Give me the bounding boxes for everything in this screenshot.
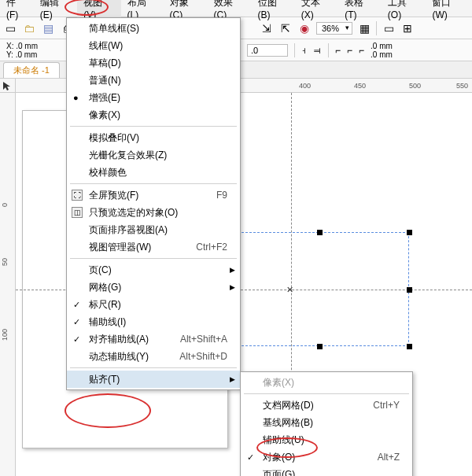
menu-item-rasterize[interactable]: 光栅化复合效果(Z) [67, 146, 240, 164]
menu-item-snap-pixel[interactable]: 像素(X) [241, 374, 412, 391]
angle-input[interactable]: .0 [247, 44, 288, 57]
snap-icon[interactable]: ▦ [357, 21, 371, 35]
menu-item-wireframe[interactable]: 线框(W) [67, 37, 240, 54]
rect-icon[interactable]: ▭ [382, 21, 396, 35]
view-menu: 简单线框(S) 线框(W) 草稿(D) 普通(N) ●增强(E) 像素(X) 模… [66, 17, 241, 390]
menu-item-dynamic-guides[interactable]: 动态辅助线(Y)Alt+Shift+D [67, 348, 240, 365]
menu-tools[interactable]: 工具(O) [382, 0, 426, 22]
ruler-corner[interactable] [0, 79, 16, 93]
menu-item-fullscreen[interactable]: ⛶全屏预览(F)F9 [67, 186, 240, 204]
menu-item-snap-baseline[interactable]: 基线网格(B) [241, 414, 412, 431]
fullscreen-icon: ⛶ [72, 190, 83, 201]
pdf-icon[interactable]: ◉ [297, 21, 312, 35]
ruler-vertical[interactable]: 0 50 100 [0, 93, 16, 476]
export-icon[interactable]: ⇱ [278, 21, 293, 35]
shortcut: Alt+Shift+A [180, 334, 227, 345]
menu-item-view-manager[interactable]: 视图管理器(W)Ctrl+F2 [67, 238, 240, 256]
menu-item-enhanced[interactable]: ●增强(E) [67, 89, 240, 106]
menu-item-snap-to[interactable]: 贴齐(T)▶ [67, 371, 240, 388]
menu-item-normal[interactable]: 普通(N) [67, 72, 240, 89]
separator [70, 258, 237, 259]
size-bot: .0 mm [371, 50, 393, 59]
tab-document[interactable]: 未命名 -1 [3, 62, 60, 78]
handle-br[interactable] [407, 344, 412, 349]
submenu-arrow-icon: ▶ [230, 283, 235, 291]
label: 校样颜色 [89, 166, 127, 179]
menu-table[interactable]: 表格(T) [338, 0, 382, 22]
menu-item-pixel[interactable]: 像素(X) [67, 106, 240, 124]
label: 文档网格(D) [263, 399, 314, 412]
align-icon[interactable]: ⫞ [301, 45, 306, 56]
menu-item-draft[interactable]: 草稿(D) [67, 54, 240, 72]
ruler-h-tick: 500 [409, 82, 421, 90]
label: 页面排序器视图(A) [89, 223, 168, 237]
menu-item-snap-docgrid[interactable]: 文档网格(D)Ctrl+Y [241, 397, 412, 414]
new-file-icon[interactable]: ▭ [3, 21, 17, 35]
coord-x: X: .0 mm [6, 42, 38, 50]
menu-item-simple-wireframe[interactable]: 简单线框(S) [67, 20, 240, 37]
coord-y: Y: .0 mm [6, 50, 38, 59]
menu-item-proof-colors[interactable]: 校样颜色 [67, 164, 240, 181]
separator [70, 367, 237, 368]
size-readout: .0 mm .0 mm [371, 42, 393, 59]
shortcut: Ctrl+Y [373, 400, 400, 411]
import-icon[interactable]: ⇲ [260, 21, 274, 35]
menu-item-preview-selected[interactable]: ◫只预览选定的对象(O) [67, 204, 240, 221]
shortcut: Alt+Shift+D [179, 351, 227, 362]
corner2-icon[interactable]: ⌐ [347, 45, 352, 56]
menu-bitmap[interactable]: 位图(B) [252, 0, 295, 22]
check-icon: ✓ [73, 317, 80, 327]
align2-icon[interactable]: ⫤ [312, 45, 322, 56]
menu-item-page-sorter[interactable]: 页面排序器视图(A) [67, 221, 240, 238]
menu-window[interactable]: 窗口(W) [426, 0, 472, 22]
label: 基线网格(B) [263, 416, 313, 430]
menu-text[interactable]: 文本(X) [295, 0, 338, 22]
pick-tool-icon[interactable] [2, 80, 13, 91]
bullet-icon: ● [73, 93, 79, 102]
menubar: 件(F) 编辑(E) 视图(V) 布局(L) 对象(C) 效果(C) 位图(B)… [0, 0, 472, 17]
menu-item-snap-object[interactable]: ✓对象(O)Alt+Z [241, 448, 412, 466]
label: 辅助线(U) [263, 434, 304, 447]
handle-tr[interactable] [407, 230, 412, 235]
ruler-h-tick: 550 [456, 82, 468, 90]
separator [70, 183, 237, 184]
menu-file[interactable]: 件(F) [0, 0, 34, 22]
menu-item-guidelines[interactable]: ✓辅助线(I) [67, 313, 240, 330]
label: 只预览选定的对象(O) [89, 206, 178, 220]
save-icon[interactable]: ▤ [41, 21, 55, 35]
open-file-icon[interactable]: 🗀 [22, 21, 36, 35]
ruler-v-tick: 50 [1, 258, 9, 266]
selected-rectangle[interactable] [230, 232, 409, 346]
ruler-v-tick: 100 [1, 329, 9, 341]
handle-mr[interactable] [407, 287, 412, 293]
preview-icon: ◫ [72, 207, 83, 218]
label: 动态辅助线(Y) [89, 350, 149, 363]
label: 标尺(R) [89, 298, 121, 312]
menu-item-rulers[interactable]: ✓标尺(R) [67, 296, 240, 313]
size-top: .0 mm [371, 42, 393, 50]
label: 全屏预览(F) [89, 189, 138, 202]
label: 页面(G) [263, 468, 295, 477]
menu-item-snap-page[interactable]: 页面(G) [241, 466, 412, 476]
menu-item-page[interactable]: 页(C)▶ [67, 261, 240, 279]
label: 对象(O) [263, 451, 295, 464]
label: 贴齐(T) [89, 373, 120, 386]
label: 草稿(D) [89, 57, 121, 70]
check-icon: ✓ [247, 452, 254, 463]
corner-icon[interactable]: ⌐ [335, 45, 341, 56]
corner3-icon[interactable]: ⌐ [359, 45, 364, 56]
label: 普通(N) [89, 74, 121, 87]
option-icon[interactable]: ⊞ [400, 21, 415, 35]
handle-tm[interactable] [317, 230, 323, 235]
menu-item-simulate-overprint[interactable]: 模拟叠印(V) [67, 129, 240, 146]
zoom-select[interactable]: 36% [316, 22, 352, 35]
menu-item-align-guides[interactable]: ✓对齐辅助线(A)Alt+Shift+A [67, 330, 240, 348]
menu-item-snap-guidelines[interactable]: 辅助线(U) [241, 431, 412, 448]
label: 页(C) [89, 264, 112, 277]
shortcut: Alt+Z [378, 452, 400, 463]
separator [70, 126, 237, 127]
handle-bm[interactable] [317, 344, 323, 349]
label: 模拟叠印(V) [89, 131, 139, 145]
menu-item-grid[interactable]: 网格(G)▶ [67, 279, 240, 296]
label: 像素(X) [89, 109, 120, 122]
